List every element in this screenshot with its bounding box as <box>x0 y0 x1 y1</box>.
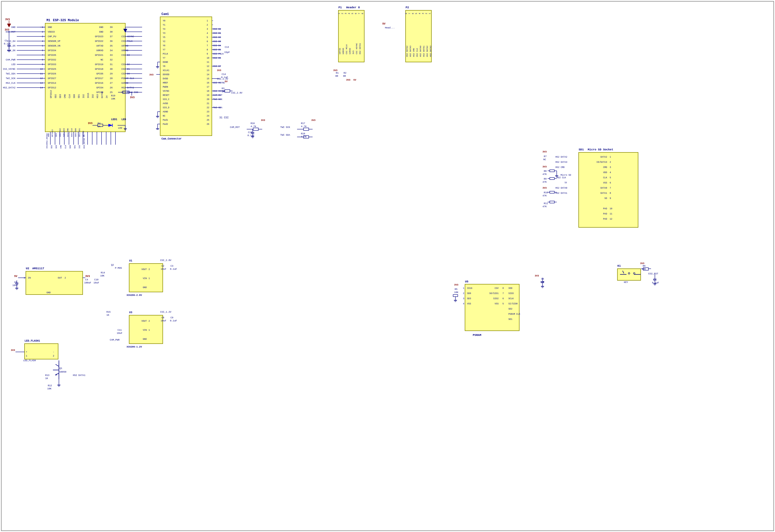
svg-text:PSRAM CLK: PSRAM CLK <box>121 77 134 80</box>
svg-text:DOVDD: DOVDD <box>163 73 169 76</box>
svg-text:R19: R19 <box>111 95 115 97</box>
svg-text:10uF: 10uF <box>161 268 166 271</box>
svg-text:R18: R18 <box>301 132 305 135</box>
svg-text:NC: NC <box>163 115 165 117</box>
svg-text:IO13HS2_DATA3: IO13HS2_DATA3 <box>46 133 48 148</box>
svg-text:AMS1117: AMS1117 <box>32 267 44 270</box>
svg-text:HS2 DATA3: HS2 DATA3 <box>429 46 432 57</box>
svg-text:U0RXD: U0RXD <box>96 49 103 52</box>
svg-text:CSI HSYNC: CSI HSYNC <box>121 35 134 38</box>
svg-text:3: 3 <box>463 298 464 300</box>
svg-text:C5: C5 <box>14 281 17 284</box>
svg-text:5: 5 <box>207 36 208 39</box>
svg-text:CMD: CMD <box>64 94 66 98</box>
svg-text:PAD: PAD <box>603 213 607 215</box>
svg-text:VSS: VSS <box>495 303 499 305</box>
svg-text:7: 7 <box>42 54 43 57</box>
svg-text:PSRAM CLK: PSRAM CLK <box>509 313 521 316</box>
svg-text:U0TXD: U0TXD <box>96 45 103 47</box>
svg-text:1: 1 <box>42 26 43 29</box>
svg-text:1K: 1K <box>45 377 48 380</box>
svg-text:IO2: IO2 <box>92 94 94 98</box>
svg-text:47K: 47K <box>543 173 547 176</box>
svg-text:HS2 DATA3: HS2 DATA3 <box>556 161 567 163</box>
svg-text:2: 2 <box>148 320 150 323</box>
svg-text:7: 7 <box>409 13 411 14</box>
svg-text:TWI_SCK: TWI_SCK <box>6 77 15 80</box>
svg-text:GPIO12: GPIO12 <box>48 87 56 89</box>
svg-text:R11: R11 <box>544 202 548 205</box>
svg-text:3V3: 3V3 <box>454 284 458 286</box>
svg-rect-185 <box>160 17 212 136</box>
svg-text:0R: 0R <box>335 75 338 77</box>
svg-text:3V3: 3V3 <box>346 79 350 81</box>
svg-text:3: 3 <box>422 13 425 14</box>
svg-text:30: 30 <box>110 68 113 70</box>
svg-text:GPIO33: GPIO33 <box>48 63 56 66</box>
svg-text:9: 9 <box>610 197 611 200</box>
svg-text:2: 2 <box>42 31 43 33</box>
svg-text:25: 25 <box>207 119 209 121</box>
svg-text:GPIO22: GPIO22 <box>95 40 103 43</box>
svg-text:10K: 10K <box>100 275 105 277</box>
svg-text:VSS: VSS <box>603 182 607 184</box>
svg-text:VIN: VIN <box>143 277 147 280</box>
schematic-svg: M1 ESP-32S Module GND VDD33 CHP_PU SENSO… <box>0 0 775 532</box>
svg-text:5V: 5V <box>14 275 17 278</box>
svg-text:M1: M1 <box>46 19 50 22</box>
svg-rect-357 <box>579 152 638 227</box>
svg-text:C8: C8 <box>161 317 164 319</box>
svg-text:DVDD: DVDD <box>163 77 168 80</box>
svg-rect-421 <box>26 271 83 295</box>
svg-text:CMD: CMD <box>60 145 62 148</box>
svg-text:GPIO35: GPIO35 <box>48 54 56 57</box>
svg-text:1: 1 <box>148 329 150 332</box>
svg-text:HS2 CMD: HS2 CMD <box>413 48 415 57</box>
svg-text:7: 7 <box>207 44 208 47</box>
svg-text:U2RXD: U2RXD <box>121 82 128 84</box>
svg-text:SD3: SD3 <box>467 298 471 300</box>
svg-text:3: 3 <box>610 166 611 169</box>
svg-text:U1: U1 <box>129 259 132 262</box>
svg-text:4: 4 <box>42 40 43 43</box>
svg-text:HS2 DATA1: HS2 DATA1 <box>73 374 85 377</box>
svg-text:HS2 CLK: HS2 CLK <box>557 176 566 179</box>
svg-text:HS2 DATA1: HS2 DATA1 <box>359 43 361 54</box>
svg-text:CAM RST: CAM RST <box>213 94 222 97</box>
svg-text:9: 9 <box>42 63 43 66</box>
svg-text:Y7: Y7 <box>163 57 165 59</box>
svg-text:R1: R1 <box>336 72 339 74</box>
svg-text:16: 16 <box>207 82 209 84</box>
svg-text:SD2: SD2 <box>54 94 57 98</box>
svg-text:CAM_PWR: CAM_PWR <box>6 59 15 61</box>
svg-text:AVDD: AVDD <box>163 102 168 105</box>
svg-text:E32_RST: E32_RST <box>648 273 658 275</box>
svg-text:GPIO4: GPIO4 <box>96 87 103 89</box>
svg-text:8: 8 <box>405 13 408 14</box>
svg-text:+: + <box>26 351 27 354</box>
svg-text:PAD: PAD <box>603 207 607 210</box>
svg-text:U3: U3 <box>129 311 132 314</box>
svg-text:R2: R2 <box>343 72 346 74</box>
svg-text:R6: R6 <box>643 265 646 268</box>
svg-text:CAM_RST: CAM_RST <box>230 126 240 129</box>
svg-text:1: 1 <box>429 13 431 14</box>
svg-text:Micro SD Socket: Micro SD Socket <box>588 148 613 151</box>
svg-text:3V3: 3V3 <box>5 28 9 31</box>
svg-text:Pad2: Pad2 <box>163 123 168 125</box>
svg-text:SD1: SD1 <box>579 148 584 151</box>
svg-text:2: 2 <box>148 268 150 271</box>
svg-text:Cam1: Cam1 <box>161 12 169 16</box>
svg-text:39: 39 <box>110 26 113 29</box>
svg-text:SCK/CLK: SCK/CLK <box>70 128 73 137</box>
svg-text:HS2 DATA2: HS2 DATA2 <box>426 46 428 57</box>
svg-text:2: 2 <box>65 277 66 279</box>
svg-text:R13: R13 <box>45 374 49 377</box>
svg-text:HS3: HS3 <box>96 94 99 98</box>
svg-text:10K: 10K <box>454 291 459 294</box>
svg-text:2: 2 <box>610 161 611 163</box>
svg-text:11: 11 <box>207 61 209 64</box>
svg-text:3V3: 3V3 <box>261 119 265 122</box>
svg-text:7: 7 <box>610 187 611 189</box>
svg-text:SDO/SD0: SDO/SD0 <box>74 128 77 137</box>
